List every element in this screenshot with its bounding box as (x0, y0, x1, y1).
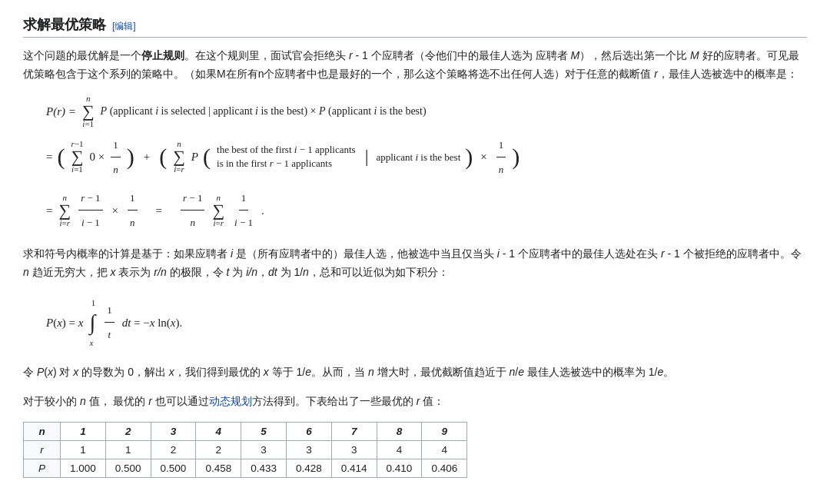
header-4: 4 (196, 422, 241, 440)
header-6: 6 (286, 422, 331, 440)
small-n-paragraph: 对于较小的 n 值， 最优的 r 也可以通过动态规划方法得到。下表给出了一些最优… (23, 393, 807, 411)
right-paren-2: ) (512, 145, 520, 168)
left-paren-3: ( (203, 145, 211, 168)
frac-r-1-i-1: r − 1 i − 1 (78, 186, 102, 234)
r-val-8: 4 (377, 440, 422, 459)
formula-line-1: P(r) = n ∑ i=1 P (applicant i is selecte… (46, 94, 807, 128)
sigma-1: n ∑ i=1 (82, 94, 95, 128)
p-val-8: 0.410 (377, 459, 422, 477)
r-val-2: 1 (105, 440, 151, 459)
dt-label: dt = −x ln(x). (122, 309, 183, 337)
edit-link[interactable]: [编辑] (112, 20, 136, 33)
p-val-3: 0.500 (151, 459, 196, 477)
plus-sign: + (144, 143, 150, 171)
integral-formula-block: P(x) = x 1 ∫ x 1 t dt = −x ln(x). (46, 293, 807, 353)
sigma-5: n ∑ i=r (212, 194, 224, 227)
integral-symbol: 1 ∫ x (89, 293, 95, 353)
p-val-1: 1.000 (61, 459, 106, 477)
header-5: 5 (241, 422, 287, 440)
times-3: × (112, 197, 118, 224)
r-val-5: 3 (241, 440, 287, 459)
row-r-label: r (24, 440, 61, 459)
table-p-row: P 1.000 0.500 0.500 0.458 0.433 0.428 0.… (24, 459, 467, 477)
intro-paragraph: 这个问题的最优解是一个停止规则。在这个规则里，面试官会拒绝头 r - 1 个应聘… (23, 47, 807, 84)
description-paragraph: 求和符号内概率的计算是基于：如果应聘者 i 是（所有应聘者中的）最佳人选，他被选… (23, 245, 807, 282)
period-1: . (261, 197, 264, 224)
r-val-1: 1 (61, 440, 106, 459)
section-title: 求解最优策略 [编辑] (23, 15, 807, 38)
px-label: P(x) = x (46, 309, 83, 337)
equals-2: = (46, 197, 52, 224)
header-3: 3 (151, 422, 196, 440)
left-paren-1: ( (57, 145, 65, 168)
table-header-row: n 1 2 3 4 5 6 7 8 9 (24, 422, 467, 440)
dp-link[interactable]: 动态规划 (209, 395, 252, 407)
formula-text-1: P (applicant i is selected | applicant i… (101, 98, 427, 124)
formula-line-3: = n ∑ i=r r − 1 i − 1 × 1 n = r − 1 n n … (46, 186, 807, 234)
p-label-2: P (191, 143, 198, 171)
times-2: × (480, 143, 486, 171)
integral-line: P(x) = x 1 ∫ x 1 t dt = −x ln(x). (46, 293, 807, 353)
r-val-3: 2 (151, 440, 196, 459)
cond-bar: | (365, 134, 369, 179)
r-val-4: 2 (196, 440, 241, 459)
condition-text-2: applicant i is the best (376, 145, 460, 169)
frac-1-i-1: 1 i − 1 (232, 186, 255, 234)
frac-1n-3: 1 n (128, 186, 138, 234)
frac-1n-2: 1 n (496, 133, 506, 181)
p-val-9: 0.406 (422, 459, 467, 477)
right-paren-3: ) (465, 145, 473, 168)
p-val-5: 0.433 (241, 459, 287, 477)
p-val-6: 0.428 (286, 459, 331, 477)
main-formula-block: P(r) = n ∑ i=1 P (applicant i is selecte… (46, 94, 807, 235)
frac-r-1-n: r − 1 n (181, 186, 204, 234)
left-paren-2: ( (159, 145, 167, 168)
p-val-7: 0.414 (331, 459, 377, 477)
header-n: n (24, 422, 61, 440)
right-paren-1: ) (127, 145, 134, 168)
p-val-2: 0.500 (105, 459, 151, 477)
r-val-7: 3 (331, 440, 377, 459)
r-val-6: 3 (286, 440, 331, 459)
header-7: 7 (331, 422, 377, 440)
results-table: n 1 2 3 4 5 6 7 8 9 r 1 1 2 2 3 3 3 4 4 … (23, 422, 467, 478)
sigma-3: n ∑ i=r (173, 140, 185, 174)
formula-line-2: = ( r−1 ∑ i=1 0 × 1 n ) + ( n ∑ i=r P ( … (46, 133, 807, 181)
double-equals: = (156, 197, 162, 224)
table-r-row: r 1 1 2 2 3 3 3 4 4 (24, 440, 467, 459)
table-container: n 1 2 3 4 5 6 7 8 9 r 1 1 2 2 3 3 3 4 4 … (23, 422, 807, 478)
pr-label: P(r) = (46, 98, 76, 125)
conclusion-paragraph: 令 P(x) 对 x 的导数为 0，解出 x，我们得到最优的 x 等于 1/e。… (23, 363, 807, 382)
header-1: 1 (61, 422, 106, 440)
r-val-9: 4 (422, 440, 467, 459)
header-9: 9 (422, 422, 467, 440)
sigma-4: n ∑ i=r (58, 194, 71, 227)
frac-1-t: 1 t (105, 298, 115, 346)
header-2: 2 (105, 422, 151, 440)
frac-1n-1: 1 n (111, 133, 121, 181)
zero-text: 0 × (89, 143, 105, 171)
row-p-label: P (24, 459, 61, 477)
header-8: 8 (377, 422, 422, 440)
sigma-2: r−1 ∑ i=1 (71, 140, 83, 174)
p-val-4: 0.458 (196, 459, 241, 477)
equals-1: = (46, 143, 52, 171)
condition-text: the best of the first i − 1 applicants i… (217, 143, 356, 171)
